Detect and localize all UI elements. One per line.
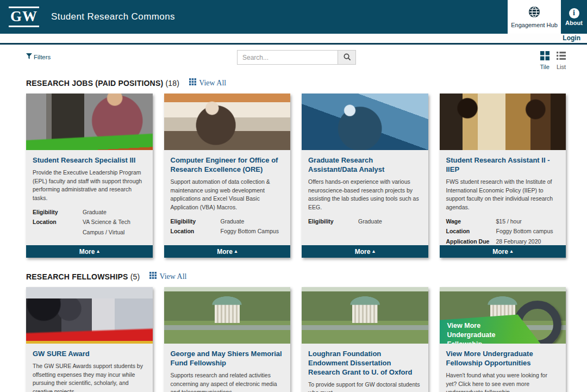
engagement-hub-label: Engagement Hub <box>511 22 558 28</box>
more-button[interactable]: More▴ <box>302 245 428 258</box>
card-section: RESEARCH JOBS (PAID POSITIONS) (18) View… <box>26 78 566 258</box>
card-field-row: Wage$15 / hour <box>446 216 560 226</box>
more-label: More <box>79 248 95 256</box>
card-title[interactable]: Student Research Assistant II - IIEP <box>446 156 560 175</box>
card-image: View More Undergraduate Fellowship Oppor… <box>440 287 566 344</box>
more-label: More <box>355 248 371 256</box>
globe-icon <box>528 6 540 20</box>
login-link[interactable]: Login <box>563 34 580 42</box>
card-field-row: LocationFoggy Bottom Campus <box>171 226 284 236</box>
view-toggles: Tile List <box>540 51 566 70</box>
caret-up-icon: ▴ <box>235 248 238 254</box>
card-description: The GW SURE Awards support students by o… <box>33 362 146 392</box>
card-body: View More Undergraduate Fellowship Oppor… <box>440 344 566 392</box>
field-value: Foggy Bottom campus <box>496 226 553 236</box>
card-title[interactable]: Student Research Specialist III <box>33 156 146 165</box>
grid-icon <box>149 272 157 281</box>
engagement-hub-button[interactable]: Engagement Hub <box>508 0 561 34</box>
toolbar: Filters Tile <box>0 45 587 74</box>
card-title[interactable]: View More Undergraduate Fellowship Oppor… <box>446 350 560 368</box>
field-label: Eligibility <box>171 216 221 226</box>
section-header: RESEARCH FELLOWSHIPS (5) View All <box>26 272 566 281</box>
caret-up-icon: ▴ <box>97 248 99 254</box>
research-card[interactable]: Computer Engineer for Office of Research… <box>164 94 291 258</box>
card-title[interactable]: Loughran Foundation Endowment Dissertati… <box>308 350 422 377</box>
research-card[interactable]: Graduate Research Assistant/Data Analyst… <box>302 94 428 258</box>
card-section: RESEARCH FELLOWSHIPS (5) View All GW SUR… <box>26 272 566 392</box>
card-field-row: EligibilityGraduate <box>33 207 146 217</box>
card-field-row: Application Due28 February 2020 <box>446 237 560 245</box>
about-button[interactable]: i About <box>561 0 587 34</box>
gw-logo[interactable]: GW <box>9 7 39 27</box>
research-card[interactable]: GW SURE Award The GW SURE Awards support… <box>26 287 153 392</box>
research-card[interactable]: Student Research Assistant II - IIEP FWS… <box>440 94 566 258</box>
card-body: GW SURE Award The GW SURE Awards support… <box>26 344 153 392</box>
card-field-row: LocationFoggy Bottom campus <box>446 226 560 236</box>
research-card[interactable]: Student Research Specialist III Provide … <box>26 94 153 258</box>
tile-label: Tile <box>540 64 549 70</box>
tile-view-toggle[interactable]: Tile <box>540 51 549 70</box>
card-description: To provide support for GW doctoral stude… <box>308 381 422 392</box>
field-label: Eligibility <box>308 216 358 226</box>
field-label: Location <box>33 217 83 237</box>
app-header: GW Student Research Commons Engagement H… <box>0 0 587 34</box>
more-button[interactable]: More▴ <box>164 245 291 258</box>
research-card[interactable]: George and May Shiers Memorial Fund Fell… <box>164 287 291 392</box>
card-fields: EligibilityGraduateLocationFoggy Bottom … <box>171 216 284 237</box>
more-button[interactable]: More▴ <box>440 245 566 258</box>
search-button[interactable] <box>338 50 356 65</box>
field-label: Eligibility <box>33 207 83 217</box>
card-description: Provide the Executive Leadership Program… <box>33 169 146 203</box>
section-count: (18) <box>165 79 179 88</box>
card-body: Computer Engineer for Office of Research… <box>164 150 291 245</box>
more-label: More <box>217 248 233 256</box>
info-icon: i <box>569 8 579 18</box>
card-field-row: LocationVA Science & Tech Campus / Virtu… <box>33 217 146 237</box>
card-description: FWS student research with the Institute … <box>446 178 560 212</box>
card-image <box>302 94 428 150</box>
filters-button[interactable]: Filters <box>26 53 51 60</box>
card-field-row: EligibilityGraduate <box>171 216 284 226</box>
field-value: Graduate <box>83 207 107 217</box>
gw-logo-text: GW <box>10 8 38 24</box>
card-fields: EligibilityGraduateLocationVA Science & … <box>33 207 146 237</box>
grid-icon <box>189 78 196 88</box>
card-title[interactable]: George and May Shiers Memorial Fund Fell… <box>171 350 284 368</box>
field-label: Location <box>446 226 496 236</box>
section-title: RESEARCH JOBS (PAID POSITIONS) (18) <box>26 79 179 88</box>
card-description: Support automation of data collection & … <box>171 178 284 212</box>
card-body: George and May Shiers Memorial Fund Fell… <box>164 344 291 392</box>
card-description: Haven't found what you were looking for … <box>446 371 560 392</box>
card-title[interactable]: Graduate Research Assistant/Data Analyst <box>308 156 422 175</box>
view-all-link[interactable]: View All <box>189 78 226 88</box>
card-body: Graduate Research Assistant/Data Analyst… <box>302 150 428 245</box>
card-image <box>164 287 291 344</box>
card-image <box>26 94 153 150</box>
research-card[interactable]: View More Undergraduate Fellowship Oppor… <box>440 287 566 392</box>
card-body: Loughran Foundation Endowment Dissertati… <box>302 344 428 392</box>
list-view-toggle[interactable]: List <box>557 51 566 70</box>
image-overlay-text: View More Undergraduate Fellowship Oppor… <box>440 312 566 344</box>
card-title[interactable]: GW SURE Award <box>33 350 146 359</box>
caret-up-icon: ▴ <box>372 248 375 254</box>
field-value: Graduate <box>358 216 382 226</box>
card-image <box>440 94 566 150</box>
filters-label: Filters <box>34 54 51 60</box>
search-input[interactable] <box>237 50 338 65</box>
card-fields: Wage$15 / hourLocationFoggy Bottom campu… <box>446 216 560 245</box>
research-card[interactable]: Loughran Foundation Endowment Dissertati… <box>302 287 428 392</box>
filter-funnel-icon <box>26 53 32 60</box>
field-label: Location <box>171 226 221 236</box>
view-all-link[interactable]: View All <box>149 272 186 281</box>
card-description: Offers hands-on experience with various … <box>308 178 422 212</box>
section-header: RESEARCH JOBS (PAID POSITIONS) (18) View… <box>26 78 566 88</box>
field-label: Wage <box>446 216 496 226</box>
card-grid: GW SURE Award The GW SURE Awards support… <box>26 287 566 392</box>
more-label: More <box>492 248 508 256</box>
view-all-label: View All <box>159 272 186 281</box>
more-button[interactable]: More▴ <box>26 245 153 258</box>
card-title[interactable]: Computer Engineer for Office of Research… <box>171 156 284 175</box>
field-value: Foggy Bottom Campus <box>221 226 279 236</box>
card-image <box>302 287 428 344</box>
field-value: VA Science & Tech Campus / Virtual <box>83 217 146 237</box>
